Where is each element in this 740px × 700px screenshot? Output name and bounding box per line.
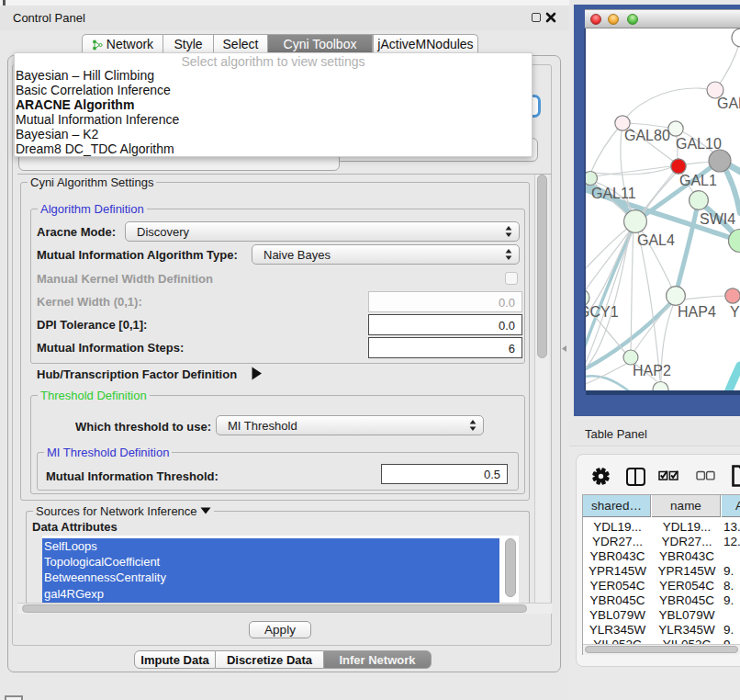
svg-text:GAL4: GAL4	[637, 232, 675, 248]
svg-text:SWI4: SWI4	[700, 211, 735, 227]
svg-text:HAP4: HAP4	[678, 304, 716, 320]
svg-text:GCY1: GCY1	[586, 304, 619, 320]
svg-text:GAL80: GAL80	[624, 128, 670, 143]
svg-text:YB: YB	[730, 304, 740, 320]
svg-text:GAL1: GAL1	[679, 173, 717, 188]
svg-text:GAL10: GAL10	[676, 136, 722, 152]
svg-text:HAP2: HAP2	[633, 363, 671, 378]
svg-text:GAL11: GAL11	[591, 186, 636, 201]
svg-text:GAL7: GAL7	[717, 96, 740, 111]
